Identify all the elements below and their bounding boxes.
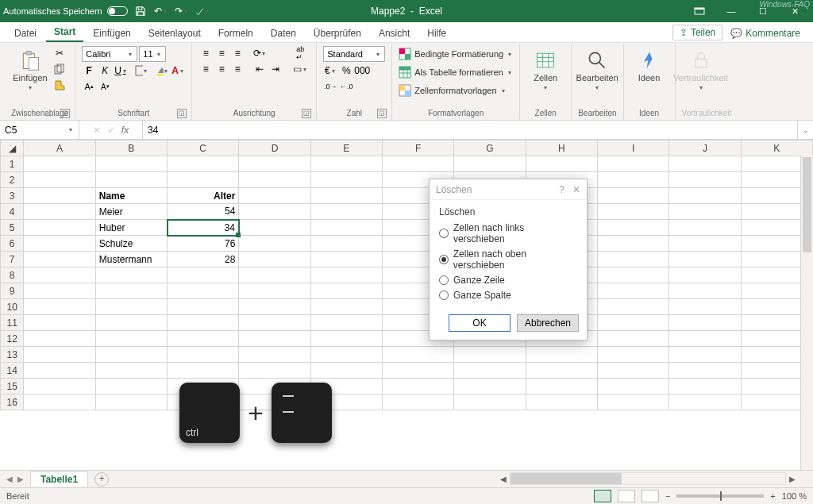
minimize-icon[interactable]: — (716, 0, 746, 22)
launcher-icon[interactable]: ◲ (302, 109, 311, 118)
tab-seitenlayout[interactable]: Seitenlayout (141, 25, 209, 42)
formula-input[interactable]: 34 (143, 121, 797, 139)
tab-daten[interactable]: Daten (263, 25, 304, 42)
row-header[interactable]: 6 (1, 236, 24, 252)
bold-button[interactable]: F (82, 63, 96, 78)
select-all-button[interactable]: ◢ (1, 140, 24, 156)
tab-datei[interactable]: Datei (6, 25, 44, 42)
col-header[interactable]: I (597, 140, 669, 156)
cell[interactable]: Name (95, 188, 167, 204)
enter-formula-icon[interactable]: ✓ (107, 125, 115, 136)
format-as-table-button[interactable]: Als Tabelle formatieren▾ (399, 64, 513, 80)
col-header[interactable]: A (24, 140, 95, 156)
increase-decimal-icon[interactable]: .0→ (323, 79, 337, 94)
toggle-off-icon[interactable] (107, 6, 128, 16)
ribbon-options-icon[interactable] (684, 0, 715, 22)
help-icon[interactable]: ? (559, 184, 564, 195)
ok-button[interactable]: OK (449, 314, 511, 332)
col-header[interactable]: C (168, 140, 239, 156)
merge-cells-icon[interactable]: ▭▾ (291, 62, 310, 76)
font-name-select[interactable]: Calibri▾ (82, 46, 137, 62)
number-format-select[interactable]: Standard▾ (323, 46, 385, 62)
comments-button[interactable]: 💬Kommentare (724, 26, 807, 40)
cell[interactable]: Alter (168, 188, 239, 204)
row-header[interactable]: 3 (1, 188, 24, 204)
ideas-button[interactable]: Ideen (630, 46, 669, 83)
view-page-layout-icon[interactable] (618, 490, 635, 502)
tab-start[interactable]: Start (46, 23, 83, 42)
align-bottom-icon[interactable]: ≡ (230, 46, 245, 60)
worksheet-grid[interactable]: ◢ A B C D E F G H I J K 1 2 3NameAlter 4… (0, 140, 813, 470)
col-header[interactable]: G (454, 140, 526, 156)
cancel-formula-icon[interactable]: ✕ (93, 125, 101, 136)
col-header[interactable]: F (382, 140, 453, 156)
option-shift-up[interactable]: Zellen nach oben verschieben (439, 248, 577, 271)
zoom-level[interactable]: 100 % (782, 491, 807, 501)
increase-indent-icon[interactable]: ⇥ (268, 62, 283, 76)
align-center-icon[interactable]: ≡ (214, 62, 229, 76)
option-entire-row[interactable]: Ganze Zeile (439, 275, 577, 286)
expand-formula-icon[interactable]: ⌄ (797, 121, 813, 139)
dialog-titlebar[interactable]: Löschen ?✕ (430, 179, 587, 200)
scroll-right-icon[interactable]: ▶ (786, 475, 799, 483)
launcher-icon[interactable]: ◲ (60, 109, 70, 118)
row-header[interactable]: 4 (1, 204, 24, 220)
sheet-nav-prev-icon[interactable]: ◀ (6, 475, 13, 483)
row-header[interactable]: 9 (1, 283, 24, 299)
row-header[interactable]: 15 (1, 379, 24, 394)
cell[interactable]: Meier (95, 204, 167, 220)
launcher-icon[interactable]: ◲ (177, 109, 187, 118)
underline-button[interactable]: U▾ (114, 63, 128, 78)
cut-icon[interactable]: ✂ (52, 46, 67, 60)
undo-icon[interactable]: ↶▾ (153, 3, 169, 19)
thousands-icon[interactable]: 000 (355, 63, 369, 78)
col-header[interactable]: J (669, 140, 741, 156)
cell[interactable]: Mustermann (95, 252, 167, 267)
zoom-slider[interactable] (676, 494, 764, 498)
zoom-out-icon[interactable]: − (665, 491, 670, 501)
row-header[interactable]: 8 (1, 267, 24, 283)
launcher-icon[interactable]: ◲ (377, 109, 387, 118)
tab-hilfe[interactable]: Hilfe (419, 25, 454, 42)
cell-selected[interactable]: 34 (168, 220, 239, 236)
row-header[interactable]: 2 (1, 172, 24, 188)
italic-button[interactable]: K (98, 63, 112, 78)
row-header[interactable]: 12 (1, 331, 24, 347)
row-header[interactable]: 5 (1, 220, 24, 236)
col-header[interactable]: B (95, 140, 167, 156)
decrease-indent-icon[interactable]: ⇤ (252, 62, 267, 76)
fx-icon[interactable]: fx (121, 125, 129, 136)
increase-font-icon[interactable]: A▴ (82, 79, 96, 94)
cell[interactable]: Huber (95, 220, 167, 236)
cancel-button[interactable]: Abbrechen (517, 314, 579, 332)
decrease-decimal-icon[interactable]: ←.0 (339, 79, 353, 94)
font-color-button[interactable]: A▾ (171, 63, 185, 78)
option-entire-column[interactable]: Ganze Spalte (439, 290, 577, 301)
cell[interactable]: Schulze (95, 236, 167, 252)
align-top-icon[interactable]: ≡ (198, 46, 213, 60)
align-left-icon[interactable]: ≡ (198, 62, 213, 76)
cell[interactable]: 54 (168, 204, 239, 220)
redo-icon[interactable]: ↷▾ (174, 3, 190, 19)
tab-ueberpruefen[interactable]: Überprüfen (306, 25, 369, 42)
tab-formeln[interactable]: Formeln (210, 25, 261, 42)
cell-styles-button[interactable]: Zellenformatvorlagen▾ (399, 83, 513, 98)
row-header[interactable]: 10 (1, 299, 24, 315)
autosave-toggle[interactable]: Automatisches Speichern (3, 6, 128, 16)
decrease-font-icon[interactable]: A▾ (98, 79, 112, 94)
sheet-tab[interactable]: Tabelle1 (30, 471, 88, 487)
align-right-icon[interactable]: ≡ (230, 62, 245, 76)
fill-color-button[interactable]: ▾ (155, 63, 169, 78)
horizontal-scrollbar[interactable]: ◀ ▶ (497, 472, 799, 485)
save-icon[interactable] (133, 3, 148, 19)
col-header[interactable]: D (239, 140, 310, 156)
row-header[interactable]: 16 (1, 394, 24, 410)
copy-icon[interactable] (52, 62, 67, 76)
cell[interactable]: 28 (168, 252, 239, 267)
row-header[interactable]: 13 (1, 347, 24, 363)
editing-button[interactable]: Bearbeiten▾ (578, 46, 616, 91)
scroll-left-icon[interactable]: ◀ (497, 475, 510, 483)
add-sheet-button[interactable]: + (94, 472, 109, 487)
font-size-select[interactable]: 11▾ (139, 46, 166, 62)
share-button[interactable]: ⇪Teilen (672, 25, 722, 40)
